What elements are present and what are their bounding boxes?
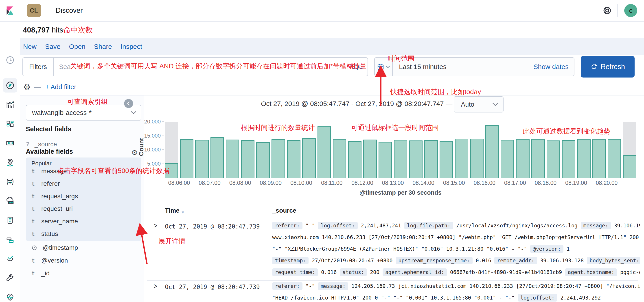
menu-save[interactable]: Save	[45, 43, 60, 50]
histogram-bar[interactable]	[195, 140, 209, 178]
histogram-bar[interactable]	[577, 139, 590, 178]
histogram-bar[interactable]	[562, 140, 575, 178]
histogram-bar[interactable]	[180, 139, 194, 178]
histogram-bar[interactable]	[394, 140, 407, 178]
nav-devtools-icon[interactable]	[3, 271, 17, 285]
menu-inspect[interactable]: Inspect	[120, 43, 142, 50]
histogram-bar[interactable]	[592, 139, 606, 178]
filter-gear-icon[interactable]: ⚙	[23, 82, 30, 92]
nav-monitoring-icon[interactable]	[3, 290, 17, 302]
histogram-bar[interactable]	[378, 142, 392, 178]
histogram-slot-08:06:30[interactable]	[194, 122, 210, 178]
histogram-bar[interactable]	[470, 139, 484, 178]
histogram-slot-08:16:00[interactable]	[484, 122, 500, 178]
field-item-requesturi[interactable]: trequest_uri	[32, 205, 73, 212]
histogram-bar[interactable]	[226, 140, 239, 178]
sort-caret-icon[interactable]: ▼	[181, 210, 185, 215]
annotation-field-stats: 点击字段名可查看前500条的统计数据	[57, 166, 170, 175]
refresh-button[interactable]: Refresh	[581, 56, 634, 78]
field-item-id[interactable]: t_id	[32, 270, 50, 277]
show-dates-link[interactable]: Show dates	[534, 63, 568, 71]
histogram-bar[interactable]	[333, 139, 346, 178]
histogram-bar[interactable]	[531, 139, 545, 178]
interval-select[interactable]: Auto	[454, 96, 504, 113]
histogram-bar[interactable]	[440, 141, 453, 178]
histogram-bar[interactable]	[424, 140, 438, 178]
topbar-divider	[48, 0, 48, 21]
histogram-bar[interactable]	[241, 140, 254, 178]
nav-canvas-icon[interactable]	[3, 136, 17, 150]
histogram-slot-08:10:30[interactable]	[316, 122, 332, 178]
field-source[interactable]: ? _source	[26, 141, 57, 148]
space-badge[interactable]: CL	[27, 4, 41, 17]
nav-apm-icon[interactable]	[3, 232, 17, 247]
field-item-referer[interactable]: treferer	[32, 180, 60, 187]
nav-maps-icon[interactable]	[3, 155, 17, 170]
field-item-requestargs[interactable]: trequest_args	[32, 193, 78, 200]
histogram-bar[interactable]	[302, 138, 316, 178]
histogram-bar[interactable]	[485, 125, 499, 178]
field-item-version[interactable]: t@version	[32, 257, 68, 264]
histogram-slot-08:07:30[interactable]	[225, 122, 240, 178]
histogram-bar[interactable]	[516, 139, 529, 178]
menu-new[interactable]: New	[23, 43, 36, 50]
histogram-bar[interactable]	[318, 126, 331, 178]
histogram-slot-08:16:30[interactable]	[500, 122, 515, 178]
nav-visualize-icon[interactable]	[3, 97, 17, 112]
index-pattern-select[interactable]: waiwanglb-access-*	[26, 105, 141, 121]
menu-share[interactable]: Share	[94, 43, 112, 50]
nav-infrastructure-icon[interactable]	[3, 194, 17, 208]
nav-recent-icon[interactable]	[3, 53, 17, 67]
kibana-logo[interactable]	[0, 0, 20, 21]
help-button[interactable]	[597, 6, 617, 15]
histogram-bar[interactable]	[546, 141, 560, 178]
histogram-slot-08:15:30[interactable]	[469, 122, 484, 178]
filters-button[interactable]: Filters	[22, 57, 53, 76]
expand-row-chevron[interactable]: >	[154, 282, 157, 291]
histogram-slot-08:14:30[interactable]	[439, 122, 454, 178]
help-icon	[602, 6, 612, 15]
histogram-bar[interactable]	[272, 139, 285, 178]
source-line: timestamp:27/Oct/2019:08:20:47 +0800upst…	[272, 256, 640, 265]
text-field-icon: t	[32, 193, 36, 200]
histogram-bar[interactable]	[287, 140, 300, 178]
nav-ml-icon[interactable]	[3, 174, 17, 189]
nav-discover-icon[interactable]	[3, 78, 17, 93]
nav-logs-icon[interactable]	[3, 213, 17, 227]
histogram-slot-08:15:00[interactable]	[454, 122, 469, 178]
user-avatar[interactable]: c	[624, 4, 637, 17]
histogram-bar[interactable]	[500, 140, 514, 178]
collapse-sidebar-button[interactable]	[124, 99, 133, 108]
menu-open[interactable]: Open	[69, 43, 85, 50]
histogram-bar[interactable]	[409, 141, 422, 178]
histogram-slot-08:06:00[interactable]	[179, 122, 194, 178]
field-item-servername[interactable]: tserver_name	[32, 218, 78, 225]
field-name: server_name	[41, 218, 78, 225]
field-item-timestamp[interactable]: @timestamp	[32, 244, 78, 251]
histogram-bar[interactable]	[455, 139, 468, 178]
x-tick-label: 08:13:00	[382, 180, 404, 186]
histogram-bar[interactable]	[210, 137, 224, 178]
x-tick-label: 08:17:00	[504, 180, 526, 186]
nav-uptime-icon[interactable]	[3, 252, 17, 266]
histogram-slot-08:07:00[interactable]	[210, 122, 225, 178]
histogram-slot-08:20:30[interactable]	[622, 122, 637, 178]
field-name: referer	[41, 180, 60, 187]
time-range-value[interactable]: Last 15 minutes	[399, 63, 446, 71]
nav-dashboard-icon[interactable]	[3, 117, 17, 131]
field-item-status[interactable]: tstatus	[32, 230, 58, 237]
histogram-bar[interactable]	[348, 141, 362, 178]
hits-annotation: 命中次数	[63, 26, 93, 34]
add-filter-link[interactable]: + Add filter	[45, 83, 76, 91]
histogram-slot-08:11:00[interactable]	[332, 122, 347, 178]
field-name: @version	[41, 257, 68, 264]
histogram-bar[interactable]	[363, 140, 377, 178]
source-value: 1	[566, 246, 570, 252]
histogram-bar[interactable]	[608, 139, 621, 178]
row-source-cell: referer:"-"message:124.205.169.73 jci.xi…	[272, 281, 640, 302]
histogram-bar[interactable]	[623, 155, 636, 178]
available-fields-gear-icon[interactable]: ⚙	[131, 148, 138, 157]
table-header-time[interactable]: Time	[165, 207, 180, 214]
histogram-bar[interactable]	[256, 142, 270, 178]
expand-row-chevron[interactable]: >	[154, 221, 157, 230]
